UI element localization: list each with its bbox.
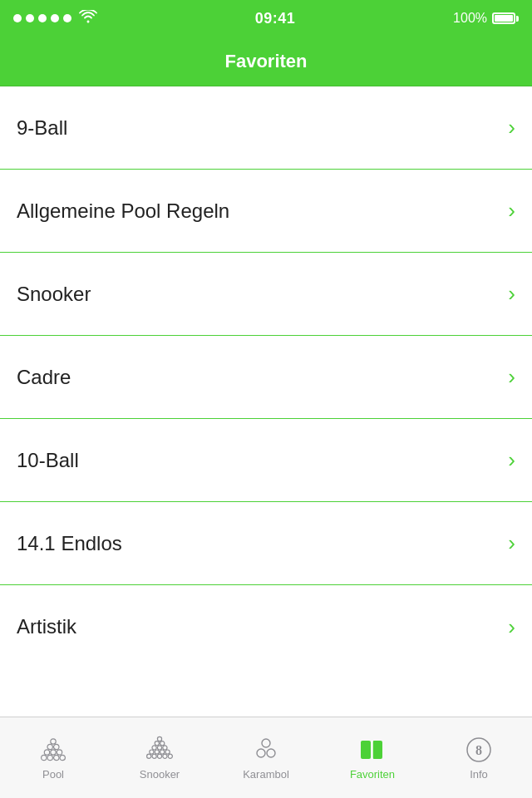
chevron-right-icon: › <box>508 614 515 640</box>
svg-point-14 <box>157 746 161 750</box>
info-icon: 8 <box>464 735 494 765</box>
favorites-list: 9-Ball › Allgemeine Pool Regeln › Snooke… <box>0 86 532 717</box>
karambol-icon <box>251 735 281 765</box>
signal-dot-1 <box>13 14 22 22</box>
svg-point-23 <box>163 754 167 758</box>
svg-point-4 <box>51 750 56 755</box>
svg-point-13 <box>152 746 156 750</box>
chevron-right-icon: › <box>508 447 515 473</box>
svg-point-11 <box>155 741 159 746</box>
battery-percent: 100% <box>453 11 487 26</box>
svg-point-24 <box>168 754 172 758</box>
svg-point-1 <box>47 744 52 749</box>
svg-point-26 <box>257 749 265 757</box>
tab-pool-label: Pool <box>42 768 64 781</box>
pool-icon <box>38 735 68 765</box>
tab-info[interactable]: 8 Info <box>429 735 529 781</box>
tab-bar: Pool Snooker <box>0 717 532 798</box>
list-item[interactable]: Artistik › <box>0 585 532 668</box>
list-item[interactable]: Snooker › <box>0 253 532 336</box>
list-item-label: 9-Ball <box>17 116 67 140</box>
signal-dot-3 <box>38 14 47 22</box>
battery-icon <box>492 12 519 24</box>
list-item-label: Allgemeine Pool Regeln <box>17 200 229 223</box>
svg-point-8 <box>54 755 59 760</box>
svg-point-3 <box>44 750 49 755</box>
svg-point-2 <box>54 744 59 749</box>
list-item[interactable]: 9-Ball › <box>0 86 532 170</box>
svg-point-18 <box>160 750 165 754</box>
signal-dot-5 <box>63 14 71 22</box>
svg-point-5 <box>57 750 62 755</box>
chevron-right-icon: › <box>508 198 515 224</box>
svg-point-7 <box>47 755 52 760</box>
svg-point-21 <box>152 754 156 758</box>
svg-point-10 <box>157 736 161 741</box>
svg-point-15 <box>163 746 167 750</box>
snooker-icon <box>145 735 175 765</box>
status-time: 09:41 <box>255 10 296 27</box>
svg-point-9 <box>60 755 65 760</box>
svg-point-17 <box>155 750 159 754</box>
svg-point-16 <box>150 750 154 754</box>
status-right: 100% <box>453 11 519 26</box>
tab-pool[interactable]: Pool <box>3 735 103 781</box>
tab-info-label: Info <box>470 768 488 781</box>
svg-point-20 <box>147 754 151 758</box>
wifi-icon <box>79 10 97 27</box>
favoriten-icon <box>357 735 387 765</box>
list-item-label: Snooker <box>17 283 91 306</box>
list-item-label: 14.1 Endlos <box>17 532 122 555</box>
svg-rect-29 <box>372 741 382 759</box>
tab-snooker-label: Snooker <box>140 768 180 781</box>
nav-bar: Favoriten <box>0 37 532 86</box>
svg-point-27 <box>267 749 275 757</box>
svg-point-6 <box>42 755 47 760</box>
list-item[interactable]: 14.1 Endlos › <box>0 502 532 585</box>
list-item-label: 10-Ball <box>17 449 79 472</box>
tab-snooker[interactable]: Snooker <box>110 735 209 781</box>
tab-favoriten-label: Favoriten <box>350 768 395 781</box>
chevron-right-icon: › <box>508 281 515 307</box>
status-bar: 09:41 100% <box>0 0 532 37</box>
svg-point-12 <box>160 741 165 746</box>
svg-rect-28 <box>361 741 371 759</box>
svg-point-19 <box>165 750 170 754</box>
list-item[interactable]: 10-Ball › <box>0 419 532 502</box>
tab-karambol[interactable]: Karambol <box>216 735 316 781</box>
tab-favoriten[interactable]: Favoriten <box>323 735 422 781</box>
chevron-right-icon: › <box>508 364 515 390</box>
list-item[interactable]: Allgemeine Pool Regeln › <box>0 170 532 253</box>
nav-title: Favoriten <box>224 51 307 72</box>
svg-point-0 <box>51 739 56 744</box>
list-item-label: Artistik <box>17 615 76 638</box>
chevron-right-icon: › <box>508 530 515 556</box>
svg-point-25 <box>262 739 270 747</box>
list-item-label: Cadre <box>17 366 71 389</box>
list-item[interactable]: Cadre › <box>0 336 532 419</box>
chevron-right-icon: › <box>508 115 515 140</box>
signal-dot-2 <box>26 14 34 22</box>
status-left <box>13 10 97 27</box>
signal-dot-4 <box>51 14 59 22</box>
svg-point-22 <box>157 754 161 758</box>
list-container: 9-Ball › Allgemeine Pool Regeln › Snooke… <box>0 86 532 668</box>
tab-karambol-label: Karambol <box>243 768 289 781</box>
svg-text:8: 8 <box>475 743 482 757</box>
